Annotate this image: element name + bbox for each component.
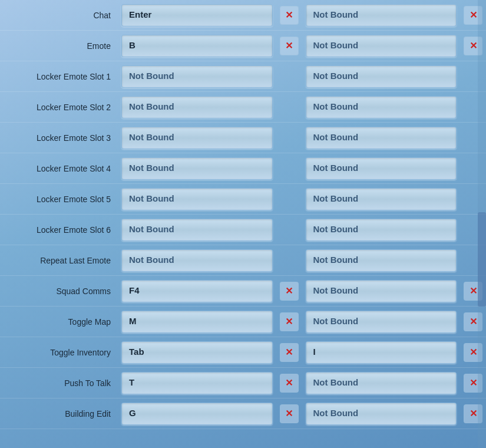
row-locker-emote-3: Locker Emote Slot 3Not BoundNot Bound	[0, 123, 486, 153]
secondary-input-chat[interactable]: Not Bound	[306, 4, 457, 27]
secondary-cell-repeat-last-emote: Not Bound	[302, 247, 461, 274]
row-building-edit: Building EditG✕Not Bound✕	[0, 398, 486, 429]
row-locker-emote-1: Locker Emote Slot 1Not BoundNot Bound	[0, 61, 486, 92]
secondary-input-locker-emote-5[interactable]: Not Bound	[306, 188, 457, 210]
primary-input-emote[interactable]: B	[121, 35, 273, 57]
primary-input-chat[interactable]: Enter	[121, 4, 273, 27]
clear-primary-cell-push-to-talk: ✕	[276, 374, 302, 393]
row-locker-emote-2: Locker Emote Slot 2Not BoundNot Bound	[0, 92, 486, 123]
clear-primary-button-squad-comms[interactable]: ✕	[280, 282, 299, 301]
secondary-cell-emote: Not Bound	[302, 32, 461, 60]
label-emote: Emote	[0, 41, 118, 51]
label-locker-emote-5: Locker Emote Slot 5	[0, 195, 118, 204]
label-locker-emote-2: Locker Emote Slot 2	[0, 103, 118, 112]
primary-cell-emote: B	[118, 32, 276, 60]
row-emote: EmoteB✕Not Bound✕	[0, 31, 486, 61]
primary-input-locker-emote-2[interactable]: Not Bound	[121, 96, 273, 118]
primary-cell-toggle-inventory: Tab	[118, 339, 276, 366]
clear-primary-button-toggle-map[interactable]: ✕	[280, 312, 299, 331]
secondary-cell-toggle-inventory: I	[302, 339, 461, 366]
clear-primary-cell-emote: ✕	[276, 37, 302, 55]
secondary-cell-locker-emote-4: Not Bound	[302, 155, 461, 182]
primary-input-toggle-inventory[interactable]: Tab	[121, 341, 273, 364]
label-locker-emote-6: Locker Emote Slot 6	[0, 225, 118, 235]
primary-input-repeat-last-emote[interactable]: Not Bound	[121, 249, 273, 272]
secondary-input-locker-emote-3[interactable]: Not Bound	[306, 127, 457, 149]
clear-primary-cell-building-edit: ✕	[276, 404, 302, 423]
secondary-cell-building-edit: Not Bound	[302, 400, 461, 427]
secondary-cell-push-to-talk: Not Bound	[302, 370, 461, 397]
row-push-to-talk: Push To TalkT✕Not Bound✕	[0, 368, 486, 398]
label-squad-comms: Squad Comms	[0, 286, 118, 296]
primary-input-push-to-talk[interactable]: T	[121, 372, 273, 394]
secondary-input-building-edit[interactable]: Not Bound	[306, 403, 457, 425]
secondary-input-toggle-map[interactable]: Not Bound	[306, 311, 457, 333]
primary-input-locker-emote-4[interactable]: Not Bound	[121, 157, 273, 180]
primary-cell-locker-emote-2: Not Bound	[118, 94, 276, 121]
primary-cell-building-edit: G	[118, 400, 276, 427]
clear-primary-cell-toggle-inventory: ✕	[276, 343, 302, 362]
primary-input-squad-comms[interactable]: F4	[121, 280, 273, 302]
label-locker-emote-4: Locker Emote Slot 4	[0, 164, 118, 173]
secondary-cell-locker-emote-3: Not Bound	[302, 124, 461, 151]
label-chat: Chat	[0, 11, 118, 20]
primary-input-toggle-map[interactable]: M	[121, 311, 273, 333]
clear-primary-cell-squad-comms: ✕	[276, 282, 302, 301]
secondary-input-locker-emote-2[interactable]: Not Bound	[306, 96, 457, 118]
label-toggle-map: Toggle Map	[0, 317, 118, 327]
primary-cell-push-to-talk: T	[118, 370, 276, 397]
secondary-input-push-to-talk[interactable]: Not Bound	[306, 372, 457, 394]
primary-input-locker-emote-1[interactable]: Not Bound	[121, 65, 273, 88]
clear-primary-cell-toggle-map: ✕	[276, 312, 302, 331]
secondary-input-squad-comms[interactable]: Not Bound	[306, 280, 457, 302]
clear-primary-cell-chat: ✕	[276, 6, 302, 25]
primary-cell-locker-emote-1: Not Bound	[118, 63, 276, 90]
secondary-cell-chat: Not Bound	[302, 2, 461, 29]
primary-cell-locker-emote-6: Not Bound	[118, 216, 276, 243]
row-toggle-map: Toggle MapM✕Not Bound✕	[0, 307, 486, 337]
secondary-input-repeat-last-emote[interactable]: Not Bound	[306, 249, 457, 272]
row-chat: ChatEnter✕Not Bound✕	[0, 0, 486, 31]
secondary-input-locker-emote-6[interactable]: Not Bound	[306, 219, 457, 241]
secondary-cell-locker-emote-2: Not Bound	[302, 94, 461, 121]
primary-cell-squad-comms: F4	[118, 278, 276, 305]
label-locker-emote-3: Locker Emote Slot 3	[0, 133, 118, 143]
row-locker-emote-4: Locker Emote Slot 4Not BoundNot Bound	[0, 153, 486, 184]
clear-primary-button-toggle-inventory[interactable]: ✕	[280, 343, 299, 362]
secondary-input-locker-emote-4[interactable]: Not Bound	[306, 157, 457, 180]
primary-cell-repeat-last-emote: Not Bound	[118, 247, 276, 274]
primary-input-locker-emote-5[interactable]: Not Bound	[121, 188, 273, 210]
clear-primary-button-emote[interactable]: ✕	[280, 37, 299, 55]
secondary-input-toggle-inventory[interactable]: I	[306, 341, 457, 364]
row-locker-emote-5: Locker Emote Slot 5Not BoundNot Bound	[0, 184, 486, 215]
keybindings-table: ChatEnter✕Not Bound✕EmoteB✕Not Bound✕Loc…	[0, 0, 486, 429]
secondary-cell-locker-emote-5: Not Bound	[302, 186, 461, 213]
primary-cell-locker-emote-3: Not Bound	[118, 124, 276, 151]
primary-cell-locker-emote-5: Not Bound	[118, 186, 276, 213]
scrollbar-track[interactable]	[478, 0, 486, 448]
secondary-cell-toggle-map: Not Bound	[302, 308, 461, 335]
secondary-input-emote[interactable]: Not Bound	[306, 35, 457, 57]
secondary-cell-locker-emote-1: Not Bound	[302, 63, 461, 90]
label-building-edit: Building Edit	[0, 409, 118, 419]
row-squad-comms: Squad CommsF4✕Not Bound✕	[0, 276, 486, 307]
label-toggle-inventory: Toggle Inventory	[0, 348, 118, 357]
label-push-to-talk: Push To Talk	[0, 378, 118, 388]
primary-cell-chat: Enter	[118, 2, 276, 29]
row-locker-emote-6: Locker Emote Slot 6Not BoundNot Bound	[0, 215, 486, 245]
scrollbar-thumb[interactable]	[478, 212, 486, 307]
primary-input-building-edit[interactable]: G	[121, 403, 273, 425]
primary-cell-toggle-map: M	[118, 308, 276, 335]
secondary-cell-squad-comms: Not Bound	[302, 278, 461, 305]
clear-primary-button-push-to-talk[interactable]: ✕	[280, 374, 299, 393]
primary-cell-locker-emote-4: Not Bound	[118, 155, 276, 182]
primary-input-locker-emote-3[interactable]: Not Bound	[121, 127, 273, 149]
label-locker-emote-1: Locker Emote Slot 1	[0, 72, 118, 81]
clear-primary-button-building-edit[interactable]: ✕	[280, 404, 299, 423]
row-repeat-last-emote: Repeat Last EmoteNot BoundNot Bound	[0, 245, 486, 276]
primary-input-locker-emote-6[interactable]: Not Bound	[121, 219, 273, 241]
clear-primary-button-chat[interactable]: ✕	[280, 6, 299, 25]
label-repeat-last-emote: Repeat Last Emote	[0, 256, 118, 265]
secondary-input-locker-emote-1[interactable]: Not Bound	[306, 65, 457, 88]
secondary-cell-locker-emote-6: Not Bound	[302, 216, 461, 243]
